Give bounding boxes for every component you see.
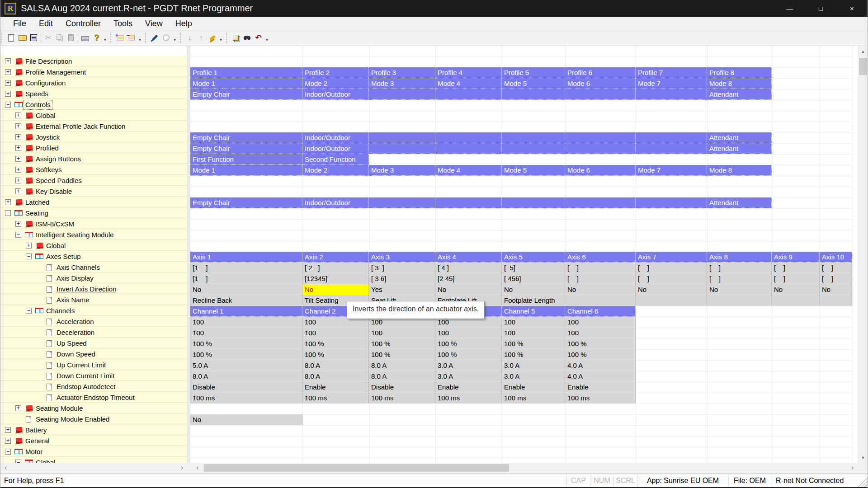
tree-scroll-right-icon[interactable]: › [177,463,187,473]
tree-item-actuator-endstop-timeout[interactable]: Actuator Endstop Timeout [0,392,187,403]
toolbar-overflow-icon[interactable]: ▾ [172,33,178,43]
grid-cell[interactable]: [1 ] [190,273,302,284]
grid-cell[interactable]: No [502,284,565,295]
new-icon[interactable] [5,33,17,43]
grid-cell[interactable]: No [435,284,502,295]
grid-cell[interactable]: 100 [369,328,435,338]
grid-scroll-thumb[interactable] [204,464,509,472]
tree-item-up-current-limit[interactable]: Up Current Limit [0,360,187,371]
menu-controller[interactable]: Controller [59,17,107,31]
grid-cell[interactable]: Yes [369,284,435,295]
tree-item-label[interactable]: Axis Channels [57,263,100,272]
grid-cell[interactable]: [ ] [636,263,707,273]
tree-item-label[interactable]: Channels [46,306,75,315]
grid-cell[interactable]: [ 4 ] [435,263,502,273]
tree-item-axis-display[interactable]: Axis Display [0,273,187,284]
tree-item-label[interactable]: Axes Setup [46,252,81,261]
tree-item-label[interactable]: Seating Module [36,404,83,413]
grid-cell[interactable]: [ ] [565,273,636,284]
minimize-button[interactable]: — [774,0,805,17]
grid-scroll-left-icon[interactable]: ‹ [192,463,203,473]
expand-icon[interactable]: + [15,113,21,118]
find-icon[interactable] [241,33,253,43]
save-icon[interactable] [28,33,39,43]
grid-cell[interactable]: [ ] [772,263,820,273]
grid-cell[interactable]: No [636,284,707,295]
expand-icon[interactable]: + [15,134,21,140]
tree-item-label[interactable]: Key Disable [36,187,72,196]
grid-cell[interactable]: Enable [302,382,369,393]
close-button[interactable]: × [836,0,868,17]
tree-item-label[interactable]: Seating [25,209,48,218]
collapse-all-icon[interactable]: – [126,33,137,43]
resize-grip[interactable] [858,474,868,487]
collapse-icon[interactable]: − [5,210,11,216]
tree-hscrollbar[interactable]: ‹ › [0,463,187,473]
tree-item-axes-setup[interactable]: −Axes Setup [0,251,187,262]
grid-cell[interactable]: 100 [190,317,302,328]
tree-item-seating-module[interactable]: +Seating Module [0,403,187,414]
grid-cell[interactable]: [ ] [707,263,772,273]
grid-cell[interactable]: 100 % [190,338,302,349]
help-icon[interactable]: ? [91,33,102,43]
grid-cell[interactable]: 100 % [435,338,502,349]
grid-cell[interactable]: [ ] [565,263,636,273]
tree-item-label[interactable]: Global [36,111,55,120]
tree-item-label[interactable]: Endstop Autodetect [57,382,115,391]
tree-item-label[interactable]: Speeds [25,89,48,99]
collapse-icon[interactable]: − [15,460,21,463]
tree-item-intelligent-seating-module[interactable]: −Intelligent Seating Module [0,230,187,240]
grid-cell[interactable]: No [302,284,369,295]
expand-icon[interactable]: + [5,199,11,205]
grid-cell[interactable]: Recline Back [190,295,302,306]
grid-cell[interactable]: [ 3 6] [369,273,435,284]
grid-cell[interactable]: [ 2 ] [302,263,369,273]
grid-cell[interactable]: No [190,284,302,295]
grid-cell[interactable]: No [772,284,820,295]
grid-cell[interactable] [636,295,707,306]
grid-cell[interactable]: [ ] [820,263,852,273]
tree-item-key-disable[interactable]: +Key Disable [0,186,187,197]
grid-cell[interactable]: [ ] [707,273,772,284]
cut-icon[interactable]: ✂ [42,33,54,43]
expand-all-icon[interactable]: + [114,33,126,43]
expand-icon[interactable]: + [5,438,11,444]
tree-item-global[interactable]: −Global [0,457,187,463]
grid-cell[interactable]: 100 ms [302,393,369,404]
menu-edit[interactable]: Edit [33,17,59,31]
tree-item-label[interactable]: Up Speed [57,339,87,348]
collapse-icon[interactable]: − [5,449,11,455]
scroll-down-icon[interactable]: ▼ [858,452,868,463]
collapse-icon[interactable]: − [26,253,32,259]
tree-item-label[interactable]: External Profile Jack Function [36,122,125,131]
toolbar-overflow-icon[interactable]: ▾ [218,33,224,43]
expand-icon[interactable]: + [5,69,11,75]
grid-cell[interactable]: Footplate Length [502,295,565,306]
menu-tools[interactable]: Tools [107,17,139,31]
open-icon[interactable] [17,33,28,43]
tree-item-joystick[interactable]: +Joystick [0,132,187,143]
tree-item-label[interactable]: Invert Axis Direction [57,285,117,294]
grid-cell[interactable]: 3.0 A [502,371,565,382]
wrench-icon[interactable] [149,33,160,43]
expand-icon[interactable]: + [15,405,21,411]
tree-item-motor[interactable]: −Motor [0,446,187,457]
tree-item-label[interactable]: General [25,436,49,446]
tree-item-axis-name[interactable]: Axis Name [0,295,187,305]
grid-cell[interactable]: 100 ms [502,393,565,404]
download-icon[interactable]: ↓ [184,33,195,43]
grid-cell[interactable]: 5.0 A [190,360,302,371]
tree-item-global[interactable]: +Global [0,240,187,251]
expand-icon[interactable]: + [5,80,11,86]
grid-cell[interactable]: Disable [190,382,302,393]
maximize-button[interactable]: □ [805,0,836,17]
print-icon[interactable] [80,33,91,43]
tree-item-label[interactable]: Axis Display [57,274,94,283]
tree-item-acceleration[interactable]: Acceleration [0,316,187,327]
toolbar-overflow-icon[interactable]: ▾ [137,33,143,43]
vertical-scrollbar[interactable]: ▲ ▼ [858,46,868,463]
tree-item-speed-paddles[interactable]: +Speed Paddles [0,175,187,186]
grid-cell[interactable]: 100 [502,328,565,338]
grid-cell[interactable]: 8.0 A [302,360,369,371]
tree-item-label[interactable]: Profile Management [25,68,86,77]
